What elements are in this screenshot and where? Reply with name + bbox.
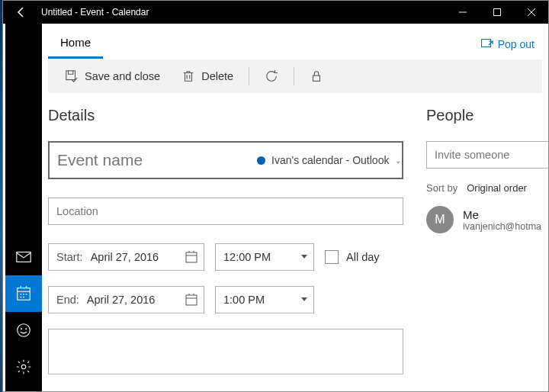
calendar-color-dot <box>257 156 265 165</box>
invite-input[interactable] <box>426 141 548 169</box>
people-pane: People Sort by Original order M Me ivanj… <box>426 107 548 391</box>
toolbar-separator <box>249 67 249 85</box>
save-and-close-button[interactable]: Save and close <box>54 59 171 93</box>
recurrence-button[interactable] <box>254 59 289 93</box>
person-me[interactable]: M Me ivanjenich@hotma <box>426 206 548 233</box>
save-label: Save and close <box>85 70 160 82</box>
start-row: Start: April 27, 2016 12:00 PM All day <box>48 243 403 271</box>
invite-row <box>426 141 548 182</box>
popout-icon <box>481 39 493 50</box>
calendar-picker[interactable]: Ivan's calendar - Outlook ⌄ <box>257 154 401 166</box>
location-row <box>48 198 403 225</box>
svg-point-4 <box>21 329 21 329</box>
sidebar-calendar-icon[interactable] <box>5 275 42 312</box>
calendar-icon[interactable] <box>185 251 197 263</box>
sidebar-mail-icon[interactable] <box>5 239 42 275</box>
person-name: Me <box>463 208 541 221</box>
minimize-button[interactable] <box>445 1 480 24</box>
titlebar: Untitled - Event - Calendar <box>3 1 548 24</box>
sortby-label: Sort by <box>426 182 458 194</box>
allday-label: All day <box>346 251 380 263</box>
start-date-value: April 27, 2016 <box>91 251 178 263</box>
window-title: Untitled - Event - Calendar <box>40 7 445 18</box>
allday-field[interactable]: All day <box>325 250 380 264</box>
delete-button[interactable]: Delete <box>171 59 244 93</box>
trash-icon <box>181 69 195 83</box>
end-row: End: April 27, 2016 1:00 PM <box>48 286 403 313</box>
save-icon <box>65 69 79 83</box>
popout-button[interactable]: Pop out <box>474 34 542 55</box>
location-input[interactable] <box>48 198 403 225</box>
allday-checkbox[interactable] <box>325 250 339 264</box>
svg-rect-8 <box>66 71 75 80</box>
svg-rect-10 <box>186 252 197 262</box>
toolbar-separator-2 <box>294 67 294 85</box>
person-email: ivanjenich@hotma <box>463 221 541 232</box>
person-info: Me ivanjenich@hotma <box>463 208 541 232</box>
content-area: Home Pop out Save and close Delete <box>42 24 548 391</box>
start-date-field[interactable]: Start: April 27, 2016 <box>48 243 204 271</box>
main-area: Details Ivan's calendar - Outlook ⌄ Star… <box>42 93 548 391</box>
end-time-field[interactable]: 1:00 PM <box>215 286 314 313</box>
toolbar: Save and close Delete <box>48 59 542 93</box>
svg-point-6 <box>21 365 26 369</box>
end-date-field[interactable]: End: April 27, 2016 <box>48 286 204 313</box>
sidebar-feedback-icon[interactable] <box>5 312 42 349</box>
people-heading: People <box>426 107 548 124</box>
svg-rect-11 <box>186 295 197 305</box>
svg-rect-1 <box>17 252 30 262</box>
event-name-row: Ivan's calendar - Outlook ⌄ <box>48 141 403 179</box>
close-button[interactable] <box>514 1 548 24</box>
end-time-select[interactable]: 1:00 PM <box>215 286 314 313</box>
svg-rect-7 <box>481 40 490 47</box>
svg-point-5 <box>26 329 27 329</box>
lock-icon <box>310 69 323 83</box>
tab-home[interactable]: Home <box>48 30 103 59</box>
popout-label: Pop out <box>498 38 535 50</box>
end-date-value: April 27, 2016 <box>87 294 178 306</box>
sortby-value[interactable]: Original order <box>467 182 527 194</box>
svg-rect-0 <box>493 9 500 16</box>
details-heading: Details <box>48 107 403 124</box>
back-button[interactable] <box>3 1 40 24</box>
event-body-editor[interactable] <box>48 329 403 374</box>
calendar-event-window: Untitled - Event - Calendar Home Pop out <box>2 0 549 392</box>
private-button[interactable] <box>299 59 334 93</box>
sidebar-settings-icon[interactable] <box>5 349 42 385</box>
recurrence-icon <box>265 69 278 83</box>
tab-bar: Home Pop out <box>42 24 548 59</box>
details-pane: Details Ivan's calendar - Outlook ⌄ Star… <box>48 107 426 391</box>
svg-rect-9 <box>313 76 320 81</box>
start-label: Start: <box>56 251 83 263</box>
end-label: End: <box>56 294 79 306</box>
sortby-row: Sort by Original order <box>426 182 548 194</box>
delete-label: Delete <box>201 70 233 82</box>
start-time-select[interactable]: 12:00 PM <box>215 243 314 271</box>
chevron-down-icon: ⌄ <box>395 156 401 165</box>
event-name-input[interactable] <box>57 151 257 169</box>
calendar-picker-label: Ivan's calendar - Outlook <box>271 154 389 166</box>
start-time-field[interactable]: 12:00 PM <box>215 243 314 271</box>
app-sidebar <box>5 24 42 391</box>
calendar-icon[interactable] <box>185 294 197 306</box>
svg-point-3 <box>18 324 30 337</box>
avatar: M <box>426 206 454 233</box>
maximize-button[interactable] <box>480 1 514 24</box>
